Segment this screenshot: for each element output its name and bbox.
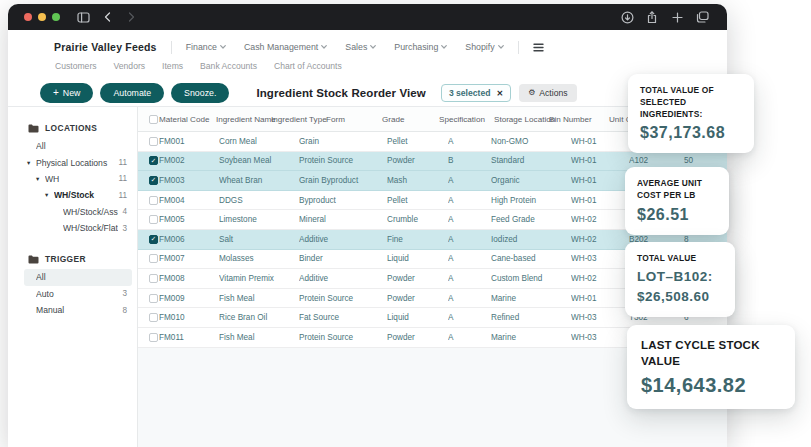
sidebar-toggle-icon[interactable] xyxy=(74,8,92,26)
selected-count-badge[interactable]: 3 selected ✕ xyxy=(441,84,511,102)
cell-form: Powder xyxy=(387,274,448,283)
cell-ingredient-type: Additive xyxy=(299,274,387,283)
sidebar-item[interactable]: WH/Stock/Flat P... 3 xyxy=(8,220,137,236)
sidebar-item[interactable]: All xyxy=(8,138,137,154)
row-checkbox[interactable]: ✓ xyxy=(149,156,158,165)
minimize-window-icon[interactable] xyxy=(38,13,46,21)
sidebar-item[interactable]: All xyxy=(24,269,132,285)
chevron-down-icon xyxy=(220,45,226,49)
share-icon[interactable] xyxy=(643,8,661,26)
card-average-unit-cost: AVERAGE UNIT COST PER LB $26.51 xyxy=(625,167,729,235)
cell-form: Powder xyxy=(387,156,448,165)
nav-menu-item[interactable]: Purchasing xyxy=(394,42,447,52)
window-titlebar xyxy=(8,4,727,30)
cell-specification: High Protein xyxy=(491,196,571,205)
row-checkbox[interactable] xyxy=(149,294,158,303)
cell-ingredient-name: DDGS xyxy=(219,196,299,205)
cell-form: Crumble xyxy=(387,215,448,224)
column-header[interactable]: Grade xyxy=(382,115,439,124)
sidebar-item-count: 3 xyxy=(122,289,127,298)
sidebar-item-count: 11 xyxy=(119,191,128,200)
column-header[interactable]: Bin Number xyxy=(549,115,609,124)
card-last-cycle-stock-value: LAST CYCLE STOCK VALUE $14,643.82 xyxy=(627,325,795,409)
column-header[interactable]: Ingredient Name xyxy=(216,115,271,124)
cell-storage-location: WH-02 xyxy=(571,274,629,283)
nav-menu-item[interactable]: Shopify xyxy=(465,42,503,52)
hamburger-menu-icon[interactable] xyxy=(533,43,544,52)
nav-tab[interactable]: Bank Accounts xyxy=(200,61,257,71)
cell-material-code: FM006 xyxy=(159,235,219,244)
cell-specification: Custom Blend xyxy=(491,274,571,283)
column-header[interactable]: Material Code xyxy=(159,115,216,124)
nav-tab[interactable]: Customers xyxy=(55,61,97,71)
nav-menu-item[interactable]: Finance xyxy=(186,42,226,52)
cell-ingredient-name: Wheat Bran xyxy=(219,176,299,185)
folder-icon xyxy=(28,255,39,264)
snooze-button[interactable]: Snooze. xyxy=(171,83,229,103)
automate-button[interactable]: Automate xyxy=(100,83,164,103)
new-button[interactable]: + New xyxy=(40,83,93,103)
row-checkbox[interactable]: ✓ xyxy=(149,235,158,244)
back-icon[interactable] xyxy=(98,8,116,26)
nav-tab[interactable]: Vendors xyxy=(114,61,146,71)
cell-form: Liquid xyxy=(387,254,448,263)
column-header[interactable]: Form xyxy=(326,115,382,124)
locations-header: LOCATIONS xyxy=(8,119,137,138)
sidebar-item[interactable]: ▾ WH 11 xyxy=(8,171,137,187)
sidebar-item[interactable]: Manual 8 xyxy=(8,302,137,318)
clear-selection-icon[interactable]: ✕ xyxy=(496,89,503,98)
row-checkbox[interactable] xyxy=(149,333,158,342)
row-checkbox[interactable] xyxy=(149,254,158,263)
summary-card-label: AVERAGE UNIT COST PER LB xyxy=(637,178,717,202)
cell-ingredient-type: Binder xyxy=(299,254,387,263)
row-checkbox[interactable] xyxy=(149,313,158,322)
maximize-window-icon[interactable] xyxy=(52,13,60,21)
cell-material-code: FM001 xyxy=(159,137,219,146)
actions-button[interactable]: ⚙ Actions xyxy=(519,84,576,102)
plus-icon: + xyxy=(53,90,59,96)
row-checkbox[interactable] xyxy=(149,196,158,205)
row-checkbox[interactable] xyxy=(149,137,158,146)
column-header[interactable]: Storage Location xyxy=(494,115,549,124)
filter-sidebar: LOCATIONS All ▾ Physical Locations 11 ▾ … xyxy=(8,107,138,447)
chevron-down-icon xyxy=(370,45,376,49)
sidebar-item-count: 4 xyxy=(122,207,127,216)
select-all-checkbox[interactable] xyxy=(149,115,158,124)
nav-menu-item[interactable]: Sales xyxy=(345,42,376,52)
sidebar-item-count: 3 xyxy=(122,224,127,233)
tab-overview-icon[interactable] xyxy=(693,8,711,26)
cell-ingredient-name: Vitamin Premix xyxy=(219,274,299,283)
cell-grade: A xyxy=(448,294,491,303)
download-icon[interactable] xyxy=(618,8,636,26)
cell-storage-location: WH-02 xyxy=(571,235,629,244)
close-window-icon[interactable] xyxy=(24,13,32,21)
nav-menu-item[interactable]: Cash Management xyxy=(244,42,327,52)
nav-tab[interactable]: Chart of Accounts xyxy=(274,61,342,71)
cell-ingredient-type: Grain xyxy=(299,137,387,146)
traffic-lights xyxy=(24,13,60,21)
sidebar-item[interactable]: Auto 3 xyxy=(8,286,137,302)
row-checkbox[interactable] xyxy=(149,215,158,224)
row-checkbox[interactable]: ✓ xyxy=(149,176,158,185)
view-toolbar: + New Automate Snooze. Ingredient Stock … xyxy=(8,80,727,107)
sidebar-item[interactable]: ▾ WH/Stock 11 xyxy=(8,187,137,203)
new-tab-icon[interactable] xyxy=(668,8,686,26)
cell-form: Powder xyxy=(387,333,448,342)
caret-down-icon: ▾ xyxy=(27,159,36,167)
cell-ingredient-type: Byproduct xyxy=(299,196,387,205)
forward-icon[interactable] xyxy=(122,8,140,26)
sidebar-item[interactable]: ▾ Physical Locations 11 xyxy=(8,154,137,170)
row-checkbox[interactable] xyxy=(149,274,158,283)
cell-form: Powder xyxy=(387,294,448,303)
divider xyxy=(171,41,172,54)
nav-tab[interactable]: Items xyxy=(162,61,183,71)
column-header[interactable]: Ingredient Type xyxy=(271,115,326,124)
cell-grade: A xyxy=(448,215,491,224)
sidebar-item[interactable]: WH/Stock/Asse... 4 xyxy=(8,204,137,220)
cell-storage-location: WH-01 xyxy=(571,176,629,185)
card-total-value-lot: TOTAL VALUE LOT–B102:$26,508.60 xyxy=(625,242,735,317)
cell-grade: A xyxy=(448,274,491,283)
cell-material-code: FM011 xyxy=(159,333,219,342)
summary-card-label: TOTAL VALUE OF SELECTED INGREDIENTS: xyxy=(640,85,742,120)
column-header[interactable]: Specification xyxy=(439,115,494,124)
